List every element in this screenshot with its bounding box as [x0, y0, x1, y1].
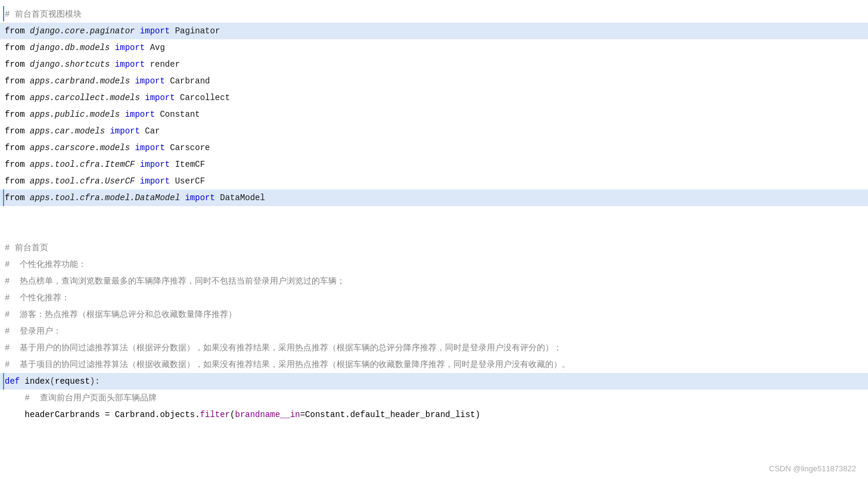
var-name: headerCarbrands = Carbrand.objects.	[5, 407, 200, 422]
module-name: django.core.paginator	[30, 23, 140, 39]
comment-text: # 个性化推荐：	[5, 290, 70, 306]
class-name: UserCF	[175, 173, 205, 189]
kw-from: from	[5, 190, 30, 206]
kw-import: import	[110, 123, 145, 139]
code-line: # 登录用户：	[0, 323, 868, 340]
comment-text: # 前台首页	[5, 240, 48, 256]
module-name: django.db.models	[30, 40, 115, 55]
kw-from: from	[5, 173, 30, 189]
class-name: Car	[145, 123, 160, 139]
comment-indented: # 查询前台用户页面头部车辆品牌	[5, 390, 157, 406]
code-line: from apps.carbrand.models import Carbran…	[0, 73, 868, 89]
comment-text: # 基于项目的协同过滤推荐算法（根据收藏数据），如果没有推荐结果，采用热点推荐（…	[5, 357, 570, 372]
code-line: # 游客：热点推荐（根据车辆总评分和总收藏数量降序推荐）	[0, 306, 868, 323]
code-line: # 热点榜单，查询浏览数量最多的车辆降序推荐，同时不包括当前登录用户浏览过的车辆…	[0, 273, 868, 290]
module-name: apps.carbrand.models	[30, 73, 135, 89]
kw-from: from	[5, 157, 30, 172]
class-name: Carbrand	[170, 73, 210, 89]
module-name: apps.carscore.models	[30, 140, 135, 155]
comment-text: # 个性化推荐功能：	[5, 257, 86, 272]
class-name: ItemCF	[175, 157, 205, 172]
class-name: DataModel	[220, 190, 265, 206]
code-line: # 前台首页	[0, 240, 868, 256]
kw-from: from	[5, 107, 30, 122]
kw-def: def	[5, 374, 25, 389]
kw-from: from	[5, 57, 30, 72]
module-name: apps.carcollect.models	[30, 90, 145, 105]
kw-import: import	[140, 173, 175, 189]
paren-close: ):	[90, 374, 100, 389]
kw-from: from	[5, 123, 30, 139]
kw-from: from	[5, 90, 30, 105]
code-line: from apps.carcollect.models import Carco…	[0, 89, 868, 106]
kw-import: import	[135, 73, 170, 89]
comment-text: # 前台首页视图模块	[5, 7, 82, 22]
code-container: # 前台首页视图模块from django.core.paginator imp…	[0, 0, 868, 479]
watermark: CSDN @linge511873822	[769, 464, 856, 473]
class-name: Carcollect	[180, 90, 230, 105]
code-line: from django.shortcuts import render	[0, 56, 868, 73]
method-filter: filter	[200, 407, 230, 422]
code-line: # 前台首页视图模块	[0, 6, 868, 23]
equals: =Constant.default_header_brand_list)	[300, 407, 480, 422]
code-line: # 个性化推荐：	[0, 290, 868, 306]
kw-from: from	[5, 40, 30, 55]
kw-import: import	[115, 40, 150, 55]
kw-import: import	[135, 140, 170, 155]
code-line: from apps.tool.cfra.ItemCF import ItemCF	[0, 156, 868, 173]
filter-arg: brandname__in	[235, 407, 300, 422]
module-name: apps.tool.cfra.ItemCF	[30, 157, 140, 172]
kw-import: import	[125, 107, 160, 122]
paren: (	[230, 407, 235, 422]
module-name: apps.public.models	[30, 107, 125, 122]
param-request: request	[55, 374, 90, 389]
code-line: from django.core.paginator import Pagina…	[0, 23, 868, 39]
comment-text: # 热点榜单，查询浏览数量最多的车辆降序推荐，同时不包括当前登录用户浏览过的车辆…	[5, 273, 345, 289]
class-name: Paginator	[175, 23, 220, 39]
comment-text: # 游客：热点推荐（根据车辆总评分和总收藏数量降序推荐）	[5, 307, 237, 322]
code-line: from apps.public.models import Constant	[0, 106, 868, 123]
kw-import: import	[140, 157, 175, 172]
kw-from: from	[5, 140, 30, 155]
code-line: from apps.tool.cfra.model.DataModel impo…	[0, 189, 868, 206]
class-name: Constant	[160, 107, 200, 122]
comment-text: # 基于用户的协同过滤推荐算法（根据评分数据），如果没有推荐结果，采用热点推荐（…	[5, 340, 562, 356]
code-line: from apps.car.models import Car	[0, 123, 868, 139]
kw-from: from	[5, 23, 30, 39]
code-line: # 基于用户的协同过滤推荐算法（根据评分数据），如果没有推荐结果，采用热点推荐（…	[0, 340, 868, 356]
comment-text: # 登录用户：	[5, 324, 61, 339]
kw-import: import	[145, 90, 180, 105]
code-line: # 基于项目的协同过滤推荐算法（根据收藏数据），如果没有推荐结果，采用热点推荐（…	[0, 356, 868, 373]
code-line: # 查询前台用户页面头部车辆品牌	[0, 390, 868, 406]
kw-from: from	[5, 73, 30, 89]
code-line	[0, 206, 868, 223]
class-name: Avg	[150, 40, 165, 55]
paren-open: (	[50, 374, 55, 389]
code-wrapper: # 前台首页视图模块from django.core.paginator imp…	[0, 6, 868, 423]
kw-import: import	[140, 23, 175, 39]
module-name: apps.tool.cfra.model.DataModel	[30, 190, 185, 206]
code-line: def index(request):	[0, 373, 868, 390]
module-name: apps.car.models	[30, 123, 110, 139]
code-line	[0, 223, 868, 240]
code-line: headerCarbrands = Carbrand.objects.filte…	[0, 406, 868, 423]
code-line: from apps.tool.cfra.UserCF import UserCF	[0, 173, 868, 189]
kw-import: import	[185, 190, 220, 206]
kw-import: import	[115, 57, 150, 72]
code-line: from apps.carscore.models import Carscor…	[0, 139, 868, 156]
class-name: render	[150, 57, 180, 72]
module-name: django.shortcuts	[30, 57, 115, 72]
code-line: from django.db.models import Avg	[0, 39, 868, 56]
module-name: apps.tool.cfra.UserCF	[30, 173, 140, 189]
class-name: Carscore	[170, 140, 210, 155]
code-line: # 个性化推荐功能：	[0, 256, 868, 273]
func-name: index	[25, 374, 50, 389]
